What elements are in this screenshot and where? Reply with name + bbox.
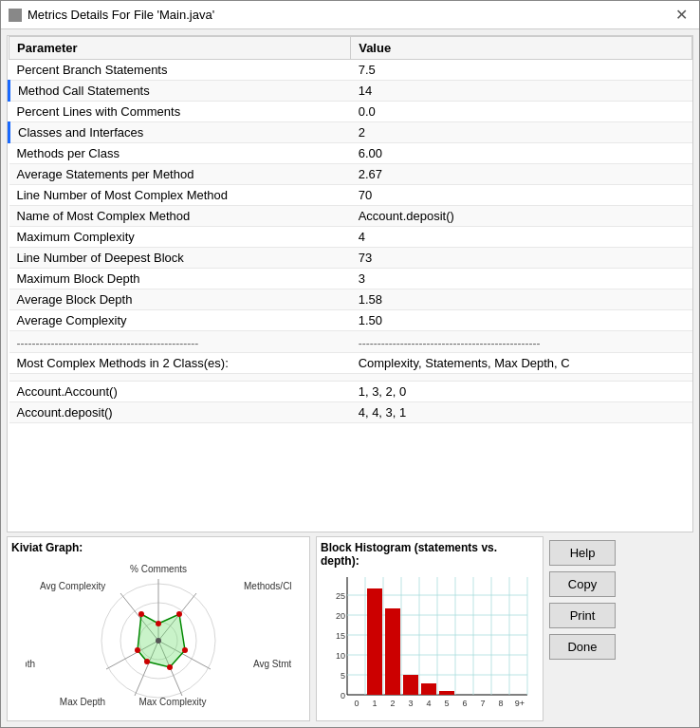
svg-rect-48	[403, 675, 418, 695]
method-value-cell: 4, 4, 3, 1	[351, 402, 692, 423]
metrics-table-section: Parameter Value Percent Branch Statement…	[7, 35, 693, 532]
svg-point-18	[138, 611, 144, 617]
table-row: Methods per Class6.00	[9, 143, 692, 164]
svg-point-15	[167, 664, 173, 670]
svg-text:Avg Complexity: Avg Complexity	[40, 581, 105, 591]
svg-text:25: 25	[336, 591, 345, 601]
value-cell: 1.50	[351, 310, 692, 331]
value-cell: 3	[351, 269, 692, 289]
param-cell: Line Number of Most Complex Method	[9, 185, 351, 206]
value-cell: 2	[351, 122, 692, 143]
svg-text:15: 15	[336, 631, 345, 641]
table-row: Line Number of Most Complex Method70	[9, 185, 692, 206]
col-header-param: Parameter	[9, 37, 351, 60]
svg-text:4: 4	[426, 699, 431, 708]
separator-row: ----------------------------------------…	[9, 331, 692, 353]
svg-text:0: 0	[354, 699, 359, 708]
svg-text:2: 2	[390, 699, 395, 708]
param-cell: Average Block Depth	[9, 289, 351, 310]
svg-text:0: 0	[341, 691, 345, 700]
close-button[interactable]: ✕	[672, 8, 691, 23]
help-button[interactable]: Help	[549, 540, 616, 566]
svg-text:Avg Stmts/Method: Avg Stmts/Method	[253, 659, 291, 669]
svg-text:9+: 9+	[515, 699, 525, 708]
method-row: Account.deposit()4, 4, 3, 1	[9, 402, 692, 423]
method-name-cell: Account.deposit()	[9, 402, 351, 423]
svg-text:8: 8	[498, 699, 503, 708]
param-cell: Percent Branch Statements	[9, 60, 351, 81]
svg-point-12	[156, 621, 161, 626]
empty-row	[9, 374, 692, 382]
table-row: Percent Branch Statements7.5	[9, 60, 692, 81]
table-scroll[interactable]: Parameter Value Percent Branch Statement…	[8, 36, 692, 532]
window-title: Metrics Details For File 'Main.java'	[28, 8, 672, 22]
col-header-value: Value	[351, 37, 692, 60]
svg-text:5: 5	[341, 671, 345, 681]
table-row: Average Complexity1.50	[9, 310, 692, 331]
buttons-panel: Help Copy Print Done	[549, 536, 693, 721]
kiviat-svg: % Comments Methods/Class Avg Stmts/Metho…	[26, 563, 291, 710]
table-row: Maximum Complexity4	[9, 227, 692, 248]
histogram-svg: 0 5 10 15 20 25 0 1 2 3 4 5 6	[321, 569, 539, 717]
method-value-cell: 1, 3, 2, 0	[351, 382, 692, 402]
kiviat-panel: Kiviat Graph:	[7, 536, 310, 721]
svg-text:20: 20	[336, 611, 345, 621]
value-cell: 2.67	[351, 164, 692, 185]
histogram-chart: 0 5 10 15 20 25 0 1 2 3 4 5 6	[321, 569, 539, 719]
done-button[interactable]: Done	[549, 634, 616, 660]
table-row: Average Block Depth1.58	[9, 289, 692, 310]
svg-point-14	[182, 647, 188, 653]
param-cell: Maximum Block Depth	[9, 269, 351, 289]
svg-text:7: 7	[480, 699, 485, 708]
kiviat-label: Kiviat Graph:	[11, 541, 305, 554]
svg-rect-50	[439, 691, 454, 695]
value-cell: 1.58	[351, 289, 692, 310]
param-cell: Methods per Class	[9, 143, 351, 164]
svg-text:10: 10	[336, 651, 345, 661]
value-cell: Account.deposit()	[351, 206, 692, 227]
title-bar: Metrics Details For File 'Main.java' ✕	[1, 1, 699, 29]
svg-text:Max Complexity: Max Complexity	[138, 697, 206, 707]
metrics-table: Parameter Value Percent Branch Statement…	[8, 36, 692, 423]
table-row: Classes and Interfaces2	[9, 122, 692, 143]
summary-row: Most Complex Methods in 2 Class(es):Comp…	[9, 353, 692, 374]
value-cell: 73	[351, 248, 692, 269]
svg-text:% Comments: % Comments	[130, 564, 187, 574]
table-row: Name of Most Complex MethodAccount.depos…	[9, 206, 692, 227]
content-area: Parameter Value Percent Branch Statement…	[1, 29, 699, 727]
method-name-cell: Account.Account()	[9, 382, 351, 402]
table-row: Average Statements per Method2.67	[9, 164, 692, 185]
param-cell: Maximum Complexity	[9, 227, 351, 248]
param-cell: Classes and Interfaces	[9, 122, 351, 143]
svg-text:6: 6	[462, 699, 467, 708]
histogram-panel: Block Histogram (statements vs. depth):	[316, 536, 543, 721]
svg-point-13	[176, 611, 182, 617]
param-cell: Percent Lines with Comments	[9, 102, 351, 122]
table-row: Line Number of Deepest Block73	[9, 248, 692, 269]
svg-rect-47	[385, 608, 400, 695]
kiviat-chart: % Comments Methods/Class Avg Stmts/Metho…	[11, 556, 305, 717]
svg-text:1: 1	[372, 699, 377, 708]
param-cell: Average Complexity	[9, 310, 351, 331]
svg-text:5: 5	[444, 699, 449, 708]
value-cell: 4	[351, 227, 692, 248]
table-row: Percent Lines with Comments0.0	[9, 102, 692, 122]
table-row: Maximum Block Depth3	[9, 269, 692, 289]
main-window: Metrics Details For File 'Main.java' ✕ P…	[0, 0, 700, 728]
svg-text:Methods/Class: Methods/Class	[244, 581, 291, 591]
value-cell: 6.00	[351, 143, 692, 164]
table-row: Method Call Statements14	[9, 81, 692, 102]
param-cell: Name of Most Complex Method	[9, 206, 351, 227]
bottom-section: Kiviat Graph:	[7, 536, 693, 721]
print-button[interactable]: Print	[549, 603, 616, 628]
value-cell: 0.0	[351, 102, 692, 122]
svg-text:Avg Depth: Avg Depth	[26, 659, 35, 669]
param-cell: Line Number of Deepest Block	[9, 248, 351, 269]
histogram-label: Block Histogram (statements vs. depth):	[321, 541, 539, 568]
param-cell: Method Call Statements	[9, 81, 351, 102]
value-cell: 7.5	[351, 60, 692, 81]
method-row: Account.Account()1, 3, 2, 0	[9, 382, 692, 402]
svg-rect-46	[367, 588, 382, 695]
copy-button[interactable]: Copy	[549, 571, 616, 597]
window-icon	[9, 9, 22, 22]
